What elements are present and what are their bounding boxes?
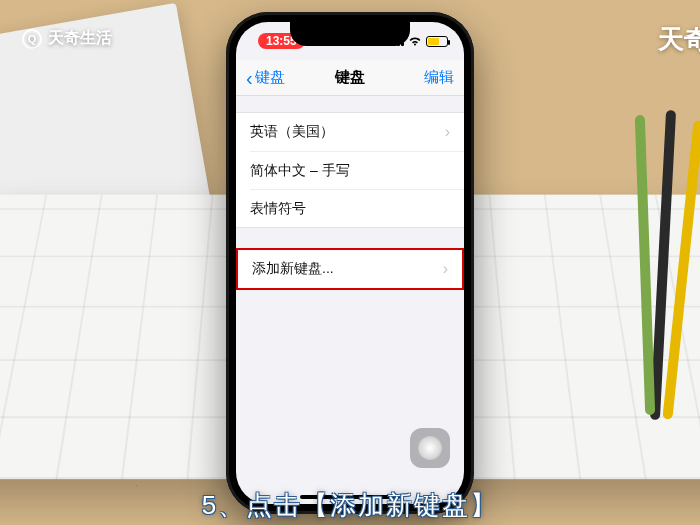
chevron-right-icon: ›: [445, 123, 450, 141]
settings-content: 英语（美国） › 简体中文 – 手写 表情符号 添加新键盘... ›: [236, 96, 464, 290]
edit-button[interactable]: 编辑: [424, 68, 454, 87]
keyboard-row-chinese-handwriting[interactable]: 简体中文 – 手写: [250, 151, 464, 189]
watermark-right: 天奇: [658, 22, 700, 57]
chevron-left-icon: ‹: [246, 68, 253, 88]
phone-frame: 13:55 ‹ 键盘 键盘 编辑 英语（美国） › 简体中文: [226, 12, 474, 514]
row-label: 表情符号: [250, 200, 306, 218]
row-label: 简体中文 – 手写: [250, 162, 350, 180]
row-label: 英语（美国）: [250, 123, 334, 141]
logo-icon: Q: [22, 29, 42, 49]
keyboard-row-emoji[interactable]: 表情符号: [250, 189, 464, 227]
phone-screen: 13:55 ‹ 键盘 键盘 编辑 英语（美国） › 简体中文: [236, 22, 464, 504]
assistive-touch-icon: [418, 436, 442, 460]
instruction-caption: 5、点击【添加新键盘】: [202, 488, 498, 523]
back-label: 键盘: [255, 68, 285, 87]
chevron-right-icon: ›: [443, 260, 448, 278]
add-keyboard-group: 添加新键盘... ›: [236, 248, 464, 290]
battery-icon: [426, 36, 448, 47]
keyboard-row-english[interactable]: 英语（美国） ›: [236, 113, 464, 151]
watermark-left: Q 天奇生活: [22, 28, 112, 49]
wifi-icon: [408, 36, 422, 46]
keyboards-group: 英语（美国） › 简体中文 – 手写 表情符号: [236, 112, 464, 228]
assistive-touch-button[interactable]: [410, 428, 450, 468]
row-label: 添加新键盘...: [252, 260, 334, 278]
watermark-text: 天奇生活: [48, 28, 112, 49]
notch: [290, 22, 410, 46]
page-title: 键盘: [335, 68, 365, 87]
nav-bar: ‹ 键盘 键盘 编辑: [236, 60, 464, 96]
add-keyboard-row[interactable]: 添加新键盘... ›: [238, 250, 462, 288]
back-button[interactable]: ‹ 键盘: [246, 68, 285, 88]
